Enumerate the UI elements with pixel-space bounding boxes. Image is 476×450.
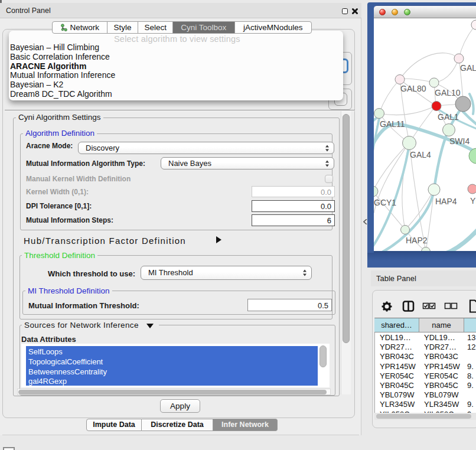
- svg-text:HAP2: HAP2: [406, 236, 428, 245]
- svg-text:SWI4: SWI4: [449, 136, 470, 146]
- svg-text:GAL10: GAL10: [435, 88, 461, 97]
- svg-text:YEL0: YEL0: [470, 196, 476, 206]
- svg-text:GAL1: GAL1: [438, 112, 459, 122]
- svg-text:GAL11: GAL11: [380, 119, 405, 129]
- svg-text:GAL80: GAL80: [400, 84, 426, 93]
- svg-text:GAL2: GAL2: [460, 63, 476, 73]
- svg-text:GAL4: GAL4: [410, 150, 431, 159]
- svg-text:HAP4: HAP4: [435, 197, 457, 206]
- svg-text:GCY1: GCY1: [374, 198, 396, 207]
